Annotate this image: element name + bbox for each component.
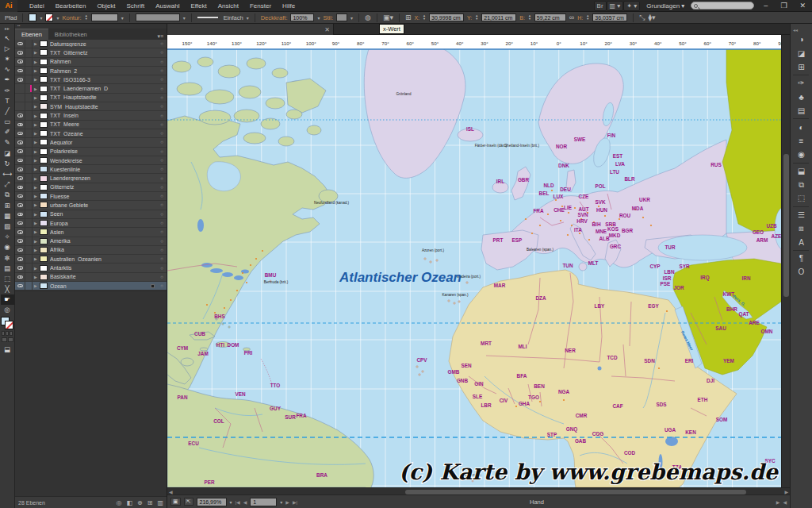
layer-row-seen[interactable]: ▶Seen○ <box>15 210 167 219</box>
visibility-toggle[interactable] <box>15 255 25 263</box>
horizontal-scrollbar-thumb[interactable] <box>405 490 746 495</box>
isolate-icon[interactable]: ⧫▾ <box>648 13 655 21</box>
layer-row-aequator[interactable]: ▶Aequator○ <box>15 138 167 147</box>
layer-row-urbane gebiete[interactable]: ▶urbane Gebiete○ <box>15 201 167 210</box>
eyedropper-tool[interactable]: ✧ <box>1 232 14 242</box>
layer-name[interactable]: Antarktis <box>50 265 157 271</box>
search-input[interactable] <box>691 2 754 10</box>
layer-thumbnail[interactable] <box>40 229 48 235</box>
lock-toggle[interactable] <box>25 156 33 164</box>
column-graph-tool[interactable]: ▤ <box>1 263 14 273</box>
stroke-style-value[interactable]: Einfach <box>224 14 243 21</box>
visibility-toggle[interactable] <box>15 84 25 92</box>
layer-name[interactable]: TXT_Inseln <box>50 113 157 118</box>
color-panel-icon[interactable]: ◑ <box>793 33 810 46</box>
locate-object-icon[interactable]: ◎ <box>116 499 121 506</box>
layer-name[interactable]: Fluesse <box>50 194 157 199</box>
delete-layer-icon[interactable]: ▥ <box>157 499 163 506</box>
layer-name[interactable]: TXT_Gitternetz <box>50 50 157 56</box>
close-tab-icon[interactable]: ✕ <box>324 26 330 33</box>
fill-color-swatch[interactable] <box>29 13 36 21</box>
target-circle-icon[interactable]: ○ <box>157 221 167 225</box>
layer-row-polarkreise[interactable]: ▶Polarkreise○ <box>15 148 167 156</box>
layer-row-gitternetz[interactable]: ▶Gitternetz○ <box>15 183 167 192</box>
tab-ebenen[interactable]: Ebenen <box>15 29 48 40</box>
visibility-toggle[interactable] <box>15 156 25 164</box>
symbols-panel-icon[interactable]: ♣ <box>793 90 810 104</box>
expand-triangle-icon[interactable]: ▶ <box>33 256 39 261</box>
layer-name[interactable]: Rahmen_2 <box>50 68 157 74</box>
document-tab[interactable]: ✕ <box>167 24 334 35</box>
target-circle-icon[interactable]: ○ <box>157 50 167 55</box>
paragraph-panel-icon[interactable]: ¶ <box>793 252 810 265</box>
layer-row-ozean[interactable]: ▶Ozean○ <box>15 282 167 291</box>
expand-triangle-icon[interactable]: ▶ <box>33 283 39 288</box>
lock-toggle[interactable] <box>25 58 33 66</box>
expand-triangle-icon[interactable]: ▶ <box>33 104 39 109</box>
layer-name[interactable]: Kuestenlinie <box>50 167 157 172</box>
target-circle-icon[interactable]: ○ <box>157 185 167 190</box>
layer-name[interactable]: Afrika <box>50 247 157 252</box>
workspace-switcher[interactable]: Grundlagen ▾ <box>646 2 684 10</box>
curvature-tool[interactable]: ✑ <box>1 85 14 95</box>
layer-row-txt_hauptstaedte[interactable]: ▶TXT_Hauptstaedte○ <box>15 94 167 102</box>
x-stepper[interactable]: ▲▼ <box>423 14 426 21</box>
fill-stroke-widget[interactable] <box>1 317 13 329</box>
width-field[interactable]: 59,22 cm <box>534 13 566 21</box>
gradient-panel-icon[interactable]: ◪ <box>793 46 810 60</box>
visibility-toggle[interactable] <box>15 48 25 56</box>
zoom-dropdown-icon[interactable]: ▾ <box>230 499 232 505</box>
menu-hilfe[interactable]: Hilfe <box>277 0 301 12</box>
layer-row-asien[interactable]: ▶Asien○ <box>15 228 167 237</box>
lock-toggle[interactable] <box>25 111 33 119</box>
layer-row-txt_laendernamen_d[interactable]: ▶TXT_Laendernamen_D○ <box>15 84 167 93</box>
visibility-toggle[interactable] <box>15 58 25 66</box>
visibility-toggle[interactable] <box>15 264 25 271</box>
layer-thumbnail[interactable] <box>40 130 48 137</box>
visibility-toggle[interactable] <box>15 148 25 156</box>
layer-name[interactable]: Laendergrenzen <box>50 175 157 181</box>
visibility-toggle[interactable] <box>15 75 25 83</box>
character-panel-icon[interactable]: A <box>793 235 810 248</box>
style-field[interactable] <box>336 13 347 21</box>
layer-thumbnail[interactable] <box>40 193 48 199</box>
layer-row-amerika[interactable]: ▶Amerika○ <box>15 237 167 246</box>
visibility-toggle[interactable] <box>15 219 25 227</box>
lock-toggle[interactable] <box>25 237 33 245</box>
scroll-right-icon[interactable]: ▶ <box>784 489 788 495</box>
visibility-toggle[interactable] <box>15 102 25 110</box>
y-field[interactable]: 21,0011 cm <box>481 13 516 21</box>
visibility-toggle[interactable] <box>15 129 25 137</box>
layer-thumbnail[interactable] <box>40 49 48 56</box>
layer-name[interactable]: SYM_Hauptstaedte <box>50 104 157 110</box>
lock-toggle[interactable] <box>25 84 33 92</box>
x-field[interactable]: 30,9998 cm <box>429 13 464 21</box>
lock-toggle[interactable] <box>25 192 33 200</box>
lock-toggle[interactable] <box>25 219 33 227</box>
target-circle-icon[interactable]: ○ <box>157 202 167 207</box>
expand-triangle-icon[interactable]: ▶ <box>33 50 39 55</box>
lock-toggle[interactable] <box>25 121 33 129</box>
lock-toggle[interactable] <box>25 273 33 281</box>
layer-row-fluesse[interactable]: ▶Fluesse○ <box>15 192 167 201</box>
layer-thumbnail[interactable] <box>40 157 48 164</box>
expand-triangle-icon[interactable]: ▶ <box>33 149 39 154</box>
reference-point-locator-icon[interactable]: ⊞ <box>405 13 412 21</box>
layer-row-kuestenlinie[interactable]: ▶Kuestenlinie○ <box>15 165 167 174</box>
visibility-toggle[interactable] <box>15 246 25 254</box>
layer-name[interactable]: TXT_Laendernamen_D <box>50 86 157 91</box>
perspective-grid-tool[interactable]: ⊞ <box>1 200 14 210</box>
height-stepper[interactable]: ▲▼ <box>586 14 589 21</box>
brushes-panel-icon[interactable]: ✑ <box>793 76 810 90</box>
layer-thumbnail[interactable] <box>40 86 48 92</box>
expand-triangle-icon[interactable]: ▶ <box>33 194 39 198</box>
lock-toggle[interactable] <box>25 282 33 290</box>
layer-thumbnail[interactable] <box>40 202 48 208</box>
target-circle-icon[interactable]: ○ <box>157 140 167 144</box>
slice-tool[interactable]: ╳ <box>1 284 14 294</box>
menu-ansicht[interactable]: Ansicht <box>213 0 244 12</box>
share-screen-icon[interactable]: ⇱ <box>184 498 193 506</box>
layer-name[interactable]: Gitternetz <box>50 184 157 190</box>
layer-name[interactable]: Wendekreise <box>50 158 157 164</box>
lock-toggle[interactable] <box>25 210 33 218</box>
